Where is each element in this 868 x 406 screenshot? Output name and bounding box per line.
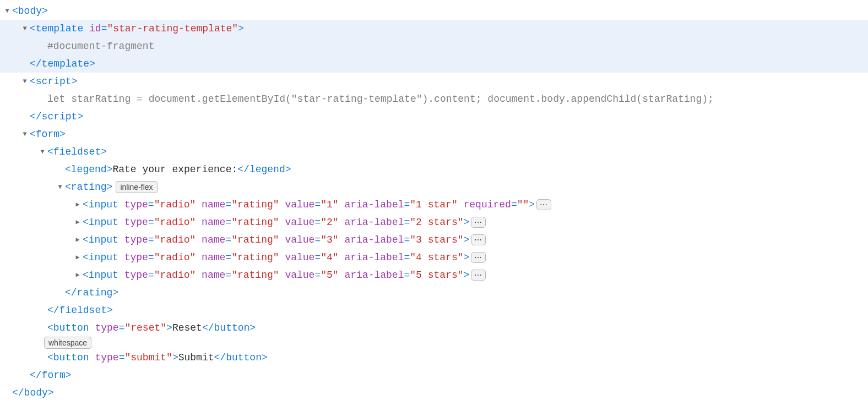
expand-arrow[interactable]: ▶ xyxy=(74,196,82,213)
node-fieldset-open[interactable]: ▼ <fieldset> xyxy=(0,143,868,161)
dom-tree: ▼ <body> ▼ <template id="star-rating-tem… xyxy=(0,0,868,406)
display-badge: inline-flex xyxy=(116,181,157,193)
node-script-close[interactable]: </script> xyxy=(0,108,868,125)
node-whitespace[interactable]: whitespace xyxy=(0,337,868,349)
expand-arrow[interactable]: ▶ xyxy=(74,249,82,266)
expand-arrow[interactable]: ▶ xyxy=(74,231,82,249)
expand-arrow[interactable]: ▼ xyxy=(3,2,11,20)
expand-arrow[interactable]: ▼ xyxy=(56,178,64,196)
node-button-reset[interactable]: ▶ <button type="reset">Reset</button> xyxy=(0,319,868,337)
node-fieldset-close[interactable]: </fieldset> xyxy=(0,301,868,319)
expand-arrow[interactable]: ▶ xyxy=(74,213,82,231)
ellipsis-pill[interactable]: ⋯ xyxy=(471,270,486,281)
ellipsis-pill[interactable]: ⋯ xyxy=(471,217,486,228)
ellipsis-pill[interactable]: ⋯ xyxy=(471,234,486,245)
expand-arrow[interactable]: ▼ xyxy=(21,20,29,37)
node-template-close[interactable]: </template> xyxy=(0,55,868,73)
ellipsis-pill[interactable]: ⋯ xyxy=(536,199,551,210)
expand-arrow[interactable]: ▼ xyxy=(21,73,29,90)
node-script-open[interactable]: ▼ <script> xyxy=(0,73,868,90)
node-template-open[interactable]: ▼ <template id="star-rating-template"> xyxy=(0,20,868,37)
node-input-5[interactable]: ▶ <input type="radio" name="rating" valu… xyxy=(0,266,868,284)
node-document-fragment[interactable]: ▶ #document-fragment xyxy=(0,37,868,55)
node-input-1[interactable]: ▶ <input type="radio" name="rating" valu… xyxy=(0,196,868,213)
expand-arrow[interactable]: ▼ xyxy=(39,143,46,161)
node-rating-close[interactable]: </rating> xyxy=(0,284,868,301)
node-input-2[interactable]: ▶ <input type="radio" name="rating" valu… xyxy=(0,213,868,231)
ellipsis-pill[interactable]: ⋯ xyxy=(471,252,486,263)
node-rating-open[interactable]: ▼ <rating> inline-flex xyxy=(0,178,868,196)
expand-arrow[interactable]: ▶ xyxy=(74,266,82,284)
node-legend[interactable]: ▶ <legend>Rate your experience:</legend> xyxy=(0,161,868,178)
node-input-4[interactable]: ▶ <input type="radio" name="rating" valu… xyxy=(0,249,868,266)
node-body-open[interactable]: ▼ <body> xyxy=(0,2,868,20)
node-form-open[interactable]: ▼ <form> xyxy=(0,125,868,143)
node-form-close[interactable]: </form> xyxy=(0,366,868,384)
expand-arrow[interactable]: ▼ xyxy=(21,125,29,143)
whitespace-badge: whitespace xyxy=(44,337,91,349)
node-input-3[interactable]: ▶ <input type="radio" name="rating" valu… xyxy=(0,231,868,249)
node-body-close[interactable]: </body> xyxy=(0,384,868,402)
node-button-submit[interactable]: ▶ <button type="submit">Submit</button> xyxy=(0,349,868,366)
node-script-text[interactable]: ▶ let starRating = document.getElementBy… xyxy=(0,90,868,108)
